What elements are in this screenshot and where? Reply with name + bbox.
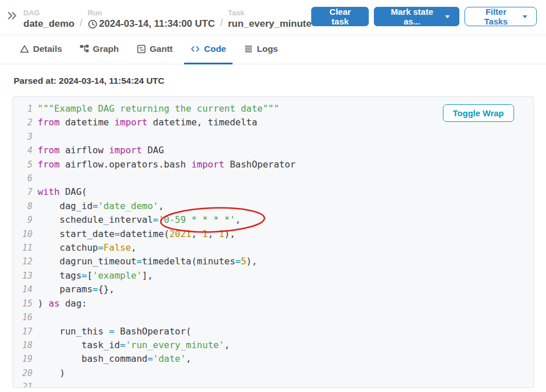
- tab-code[interactable]: Code: [184, 35, 233, 64]
- breadcrumb: DAG date_demo / Run 2024-03-14, 11:34:00…: [23, 9, 311, 30]
- code-line: 3: [13, 130, 533, 144]
- breadcrumb-header: DAG date_demo / Run 2024-03-14, 11:34:00…: [0, 0, 546, 35]
- line-number: 19: [13, 352, 38, 366]
- tab-label: Details: [33, 44, 62, 54]
- header-actions: Clear task Mark state as... Filter Tasks: [311, 7, 537, 26]
- code-line: 15) as dag:: [13, 297, 533, 311]
- code-icon: [190, 44, 200, 54]
- line-number: 2: [13, 116, 38, 129]
- breadcrumb-separator: /: [220, 17, 223, 30]
- line-number: 1: [13, 102, 38, 116]
- code-line: 7with DAG(: [13, 185, 533, 199]
- code-line: 4from airflow import DAG: [13, 144, 533, 157]
- code-line: 6: [13, 172, 533, 185]
- gantt-icon: [137, 44, 146, 54]
- caret-down-icon: [445, 15, 450, 18]
- code-line: 11 catchup=False,: [13, 241, 533, 255]
- breadcrumb-task[interactable]: Task run_every_minute: [228, 9, 311, 30]
- line-number: 13: [13, 269, 38, 283]
- task-name[interactable]: run_every_minute: [228, 18, 311, 30]
- caret-down-icon: [523, 15, 527, 18]
- line-number: 7: [13, 185, 38, 199]
- code-line: 5from airflow.operators.bash import Bash…: [13, 158, 533, 172]
- tab-label: Graph: [93, 44, 119, 54]
- line-number: 11: [13, 241, 38, 255]
- line-number: 5: [13, 158, 38, 172]
- line-number: 21: [13, 380, 38, 388]
- breadcrumb-separator: /: [80, 17, 83, 30]
- view-tabs: DetailsGraphGanttCodeLogs: [0, 35, 546, 64]
- code-line: 8 dag_id='date_demo',: [13, 199, 533, 213]
- dag-code-panel: Toggle Wrap 1"""Example DAG returning th…: [13, 96, 534, 388]
- code-line: 18 task_id='run_every_minute',: [13, 338, 533, 352]
- line-number: 3: [13, 130, 38, 144]
- code-lines: 1"""Example DAG returning the current da…: [13, 102, 533, 388]
- line-number: 4: [13, 144, 38, 157]
- line-number: 8: [13, 199, 38, 213]
- tab-gantt[interactable]: Gantt: [131, 35, 179, 64]
- line-number: 10: [13, 227, 38, 241]
- run-timestamp: 2024-03-14, 11:34:00 UTC: [99, 18, 215, 30]
- code-line: 9 schedule_interval='0-59 * * * *',: [13, 213, 533, 227]
- code-line: 10 start_date=datetime(2021, 1, 1),: [13, 227, 533, 241]
- line-number: 18: [13, 338, 38, 352]
- line-number: 15: [13, 297, 38, 311]
- parsed-at-text: Parsed at: 2024-03-14, 11:54:24 UTC: [14, 76, 532, 86]
- code-line: 21: [13, 380, 533, 388]
- logs-icon: [244, 44, 253, 54]
- tab-label: Code: [204, 44, 226, 54]
- breadcrumb-dag[interactable]: DAG date_demo: [23, 9, 75, 30]
- mark-state-dropdown[interactable]: Mark state as...: [374, 7, 459, 26]
- line-number: 16: [13, 311, 38, 324]
- code-line: 17 run_this = BashOperator(: [13, 325, 533, 338]
- code-line: 14 params={},: [13, 283, 533, 296]
- mark-state-label: Mark state as...: [384, 7, 440, 26]
- line-number: 9: [13, 213, 38, 227]
- line-number: 20: [13, 366, 38, 380]
- clear-task-button[interactable]: Clear task: [311, 7, 369, 26]
- run-label: Run: [88, 9, 215, 17]
- tab-details[interactable]: Details: [14, 35, 68, 64]
- tab-label: Logs: [257, 44, 278, 54]
- line-number: 12: [13, 255, 38, 268]
- details-icon: [20, 44, 29, 54]
- clock-icon: [88, 19, 97, 29]
- line-number: 6: [13, 172, 38, 185]
- filter-tasks-dropdown[interactable]: Filter Tasks: [464, 7, 537, 26]
- double-chevron-right-icon[interactable]: [7, 10, 18, 23]
- line-number: 14: [13, 283, 38, 296]
- breadcrumb-run[interactable]: Run 2024-03-14, 11:34:00 UTC: [88, 9, 215, 30]
- code-line: 20 ): [13, 366, 533, 380]
- tab-graph[interactable]: Graph: [74, 35, 125, 64]
- dag-label: DAG: [23, 9, 75, 17]
- code-line: 19 bash_command='date',: [13, 352, 533, 366]
- toggle-wrap-button[interactable]: Toggle Wrap: [443, 104, 514, 122]
- task-label: Task: [228, 9, 311, 17]
- line-number: 17: [13, 325, 38, 338]
- code-line: 13 tags=['example'],: [13, 269, 533, 283]
- code-line: 12 dagrun_timeout=timedelta(minutes=5),: [13, 255, 533, 268]
- run-timestamp-wrap[interactable]: 2024-03-14, 11:34:00 UTC: [88, 18, 215, 30]
- filter-tasks-label: Filter Tasks: [474, 7, 518, 26]
- tab-label: Gantt: [150, 44, 173, 54]
- code-line: 16: [13, 311, 533, 324]
- dag-name[interactable]: date_demo: [23, 18, 75, 30]
- graph-icon: [80, 44, 89, 54]
- tab-logs[interactable]: Logs: [238, 35, 284, 64]
